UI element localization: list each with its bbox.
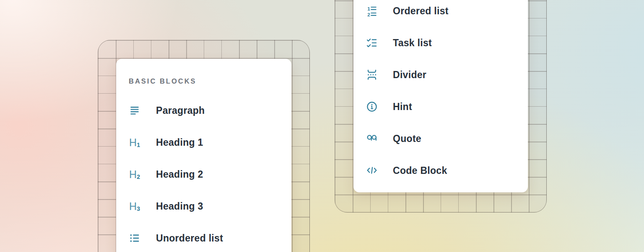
menu-item-hint[interactable]: Hint [353,91,528,123]
menu-item-list: Paragraph H 1 Heading 1 H 2 Heading 2 H [116,94,291,252]
menu-item-label: Hint [393,101,412,113]
menu-item-label: Heading 2 [156,169,203,180]
paragraph-icon [129,105,140,116]
menu-item-label: Paragraph [156,105,205,116]
heading-letter: H [129,137,137,148]
menu-item-divider[interactable]: Divider [353,59,528,91]
menu-item-list: 1 2 Ordered list Task list [353,0,528,186]
ordered-list-icon: 1 2 [366,5,378,17]
divider-icon [366,69,378,81]
menu-item-quote[interactable]: Quote [353,123,528,155]
blocks-menu-continued: 1 2 Ordered list Task list [353,0,528,192]
section-title: BASIC BLOCKS [116,73,291,89]
basic-blocks-menu: BASIC BLOCKS Paragraph H 1 Heading 1 [116,59,291,252]
hint-icon [366,101,378,113]
svg-text:1: 1 [367,6,370,11]
menu-item-label: Unordered list [156,233,223,244]
heading-3-icon: H 3 [129,200,140,212]
menu-item-unordered-list[interactable]: Unordered list [116,222,291,252]
heading-subscript: 2 [137,174,140,180]
svg-text:2: 2 [367,12,370,17]
menu-item-task-list[interactable]: Task list [353,27,528,59]
menu-item-heading-2[interactable]: H 2 Heading 2 [116,158,291,190]
menu-item-heading-3[interactable]: H 3 Heading 3 [116,190,291,222]
menu-item-label: Quote [393,133,421,144]
menu-item-label: Heading 1 [156,137,203,148]
unordered-list-icon [129,232,140,244]
menu-item-ordered-list[interactable]: 1 2 Ordered list [353,0,528,27]
menu-item-label: Divider [393,69,426,81]
gradient-background: BASIC BLOCKS Paragraph H 1 Heading 1 [0,0,644,252]
menu-item-label: Task list [393,37,432,49]
heading-subscript: 3 [137,206,140,212]
menu-item-label: Code Block [393,165,447,176]
code-block-icon [366,165,378,176]
heading-letter: H [129,201,137,212]
menu-item-label: Heading 3 [156,201,203,212]
menu-item-code-block[interactable]: Code Block [353,155,528,186]
heading-subscript: 1 [137,142,140,148]
menu-item-label: Ordered list [393,5,449,17]
menu-item-paragraph[interactable]: Paragraph [116,94,291,126]
heading-1-icon: H 1 [129,136,140,148]
heading-2-icon: H 2 [129,168,140,180]
heading-letter: H [129,169,137,180]
task-list-icon [366,37,378,49]
menu-item-heading-1[interactable]: H 1 Heading 1 [116,126,291,158]
quote-icon [366,133,378,144]
